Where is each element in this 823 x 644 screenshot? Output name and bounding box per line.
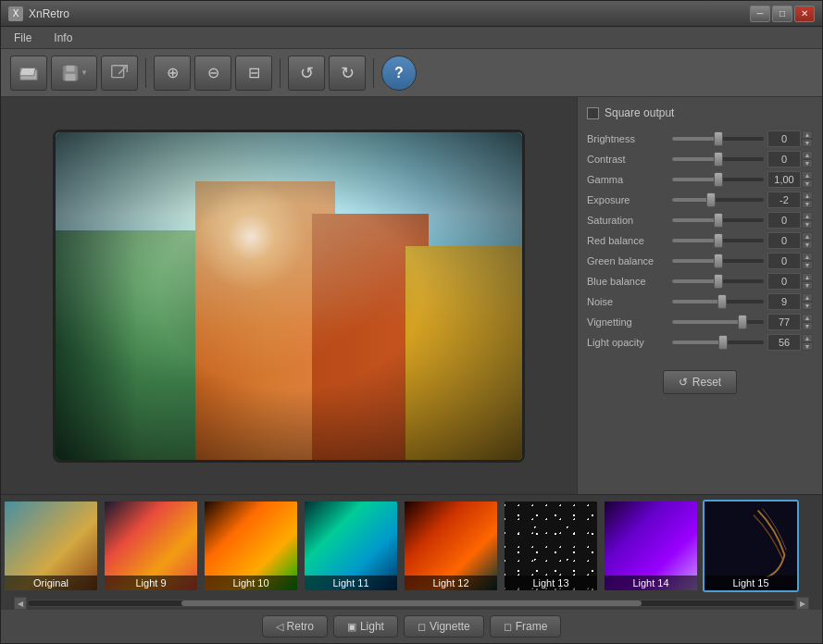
reset-icon: ↺	[679, 376, 688, 389]
open-button[interactable]	[10, 56, 47, 91]
vignetting-value[interactable]: 77	[767, 314, 801, 330]
square-output-label: Square output	[605, 106, 674, 119]
blue-balance-up[interactable]: ▲	[802, 273, 813, 281]
gamma-up[interactable]: ▲	[802, 171, 813, 180]
tab-frame[interactable]: ◻ Frame	[490, 615, 562, 638]
brightness-track[interactable]	[672, 137, 764, 141]
zoom-fit-button[interactable]: ⊟	[235, 56, 272, 91]
tab-vignette-label: Vignette	[430, 620, 470, 633]
vignetting-label: Vignetting	[587, 316, 668, 328]
tab-vignette[interactable]: ◻ Vignette	[404, 615, 484, 638]
red-balance-down[interactable]: ▼	[802, 241, 813, 249]
noise-track[interactable]	[672, 300, 764, 303]
red-balance-track[interactable]	[672, 239, 764, 242]
contrast-row: Contrast 0 ▲ ▼	[587, 149, 813, 169]
contrast-value[interactable]: 0	[767, 151, 801, 167]
saturation-value[interactable]: 0	[767, 212, 801, 229]
light-opacity-spin: ▲ ▼	[802, 334, 813, 351]
exposure-track[interactable]	[672, 198, 764, 202]
exposure-row: Exposure -2 ▲ ▼	[587, 190, 813, 210]
bottom-panel: Original Light 9 Light 10 Light 11 Light…	[1, 494, 822, 643]
scroll-left-button[interactable]: ◀	[14, 597, 27, 610]
red-balance-value[interactable]: 0	[767, 232, 801, 249]
svg-rect-1	[66, 65, 74, 70]
filmstrip-item-original[interactable]: Original	[3, 500, 99, 592]
maximize-button[interactable]: □	[772, 6, 792, 22]
light-opacity-value[interactable]: 56	[767, 334, 801, 351]
save-button[interactable]: ▼	[51, 56, 97, 91]
light-opacity-up[interactable]: ▲	[802, 334, 813, 342]
vignetting-track[interactable]	[672, 320, 764, 324]
rotate-left-button[interactable]: ↺	[288, 56, 325, 91]
tab-retro[interactable]: ◁ Retro	[262, 615, 328, 638]
window-controls: ─ □ ✕	[750, 6, 815, 22]
saturation-up[interactable]: ▲	[802, 212, 813, 220]
scrollbar-thumb[interactable]	[181, 601, 642, 606]
zoom-in-button[interactable]: ⊕	[154, 56, 191, 91]
blue-balance-spin: ▲ ▼	[802, 273, 813, 290]
filmstrip-item-light12[interactable]: Light 12	[403, 500, 499, 592]
blue-balance-down[interactable]: ▼	[802, 281, 813, 290]
help-button[interactable]: ?	[381, 56, 417, 91]
green-balance-value[interactable]: 0	[767, 253, 801, 269]
menu-info[interactable]: Info	[48, 30, 78, 46]
filmstrip-item-light9[interactable]: Light 9	[103, 500, 199, 592]
green-balance-row: Green balance 0 ▲ ▼	[587, 251, 813, 271]
filmstrip-item-light14[interactable]: Light 14	[603, 500, 699, 592]
saturation-track[interactable]	[672, 218, 764, 222]
contrast-down[interactable]: ▼	[802, 159, 813, 167]
filmstrip-label-light14: Light 14	[605, 576, 697, 590]
green-balance-down[interactable]: ▼	[802, 261, 813, 269]
vignetting-up[interactable]: ▲	[802, 314, 813, 322]
exposure-down[interactable]: ▼	[802, 200, 813, 208]
red-balance-up[interactable]: ▲	[802, 232, 813, 241]
light-opacity-track[interactable]	[672, 341, 764, 344]
close-button[interactable]: ✕	[794, 6, 815, 22]
toolbar: ▼ ⊕ ⊖ ⊟ ↺ ↻ ?	[1, 49, 822, 97]
scrollbar-track[interactable]	[27, 600, 796, 607]
vignetting-row: Vignetting 77 ▲ ▼	[587, 312, 813, 332]
noise-value[interactable]: 9	[767, 293, 801, 310]
light-opacity-down[interactable]: ▼	[802, 342, 813, 351]
noise-spin: ▲ ▼	[802, 293, 813, 310]
saturation-down[interactable]: ▼	[802, 220, 813, 229]
noise-down[interactable]: ▼	[802, 302, 813, 310]
exposure-value[interactable]: -2	[767, 192, 801, 208]
filmstrip[interactable]: Original Light 9 Light 10 Light 11 Light…	[1, 495, 822, 597]
blue-balance-value[interactable]: 0	[767, 273, 801, 290]
vignetting-down[interactable]: ▼	[802, 322, 813, 330]
reset-button[interactable]: ↺ Reset	[663, 370, 737, 394]
green-balance-track[interactable]	[672, 259, 764, 263]
filmstrip-item-light13[interactable]: Light 13	[503, 500, 599, 592]
filmstrip-item-light11[interactable]: Light 11	[303, 500, 399, 592]
contrast-track[interactable]	[672, 157, 764, 161]
green-balance-up[interactable]: ▲	[802, 253, 813, 261]
brightness-value[interactable]: 0	[767, 130, 801, 147]
noise-label: Noise	[587, 296, 668, 307]
saturation-spin: ▲ ▼	[802, 212, 813, 229]
minimize-button[interactable]: ─	[750, 6, 770, 22]
scroll-right-button[interactable]: ▶	[796, 597, 809, 610]
export-button[interactable]	[101, 56, 138, 91]
contrast-spin: ▲ ▼	[802, 151, 813, 167]
brightness-down[interactable]: ▼	[802, 139, 813, 147]
gamma-value[interactable]: 1,00	[767, 171, 801, 188]
tab-light[interactable]: ▣ Light	[333, 615, 398, 638]
exposure-up[interactable]: ▲	[802, 192, 813, 200]
brightness-up[interactable]: ▲	[802, 130, 813, 139]
noise-up[interactable]: ▲	[802, 293, 813, 302]
saturation-label: Saturation	[587, 215, 668, 226]
filmstrip-item-light10[interactable]: Light 10	[203, 500, 299, 592]
gamma-down[interactable]: ▼	[802, 180, 813, 188]
title-bar: X XnRetro ─ □ ✕	[1, 1, 822, 27]
menu-file[interactable]: File	[8, 30, 37, 46]
scrollbar-row: ◀ ▶	[1, 597, 822, 610]
contrast-up[interactable]: ▲	[802, 151, 813, 159]
square-output-checkbox[interactable]	[587, 107, 599, 119]
filmstrip-item-light15[interactable]: Light 15	[703, 500, 799, 592]
brightness-row: Brightness 0 ▲ ▼	[587, 129, 813, 149]
zoom-out-button[interactable]: ⊖	[194, 56, 231, 91]
rotate-right-button[interactable]: ↻	[329, 56, 366, 91]
blue-balance-track[interactable]	[672, 279, 764, 283]
gamma-track[interactable]	[672, 178, 764, 181]
